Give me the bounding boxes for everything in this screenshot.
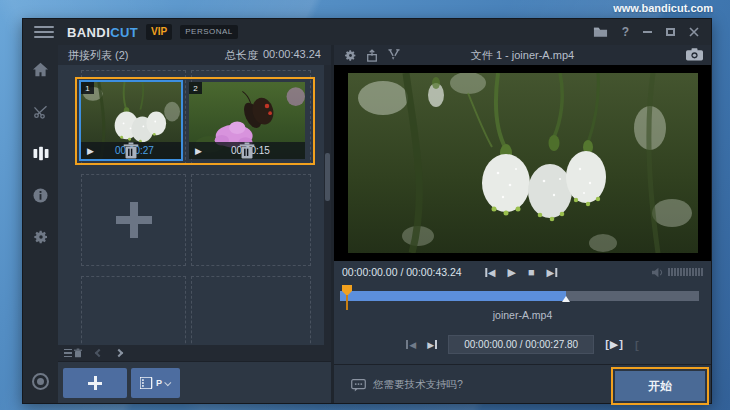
logo-cut: CUT xyxy=(110,25,138,40)
timeline-split-marker[interactable] xyxy=(562,296,570,302)
transport-bar: 00:00:00.00 / 00:00:43.24 ◀ ▶ ■ ▶ xyxy=(334,261,711,283)
clip-settings-button[interactable] xyxy=(344,49,357,62)
join-clips-icon xyxy=(32,145,50,162)
timeline-filename: joiner-A.mp4 xyxy=(334,309,711,325)
minimize-icon xyxy=(643,31,652,33)
home-icon xyxy=(32,62,49,77)
personal-badge: PERSONAL xyxy=(180,25,238,39)
segment-next-button[interactable]: ▶ xyxy=(427,340,437,350)
format-label: P xyxy=(156,378,162,388)
step-back-icon: ◀ xyxy=(488,267,496,278)
segment-prev-button[interactable]: ◀ xyxy=(406,340,416,350)
sidebar-settings-button[interactable] xyxy=(31,227,51,247)
playhead[interactable] xyxy=(342,285,352,296)
record-icon[interactable] xyxy=(32,373,49,390)
folder-icon-glyph xyxy=(593,26,608,38)
bar-glyph xyxy=(435,340,437,349)
list-toolbar xyxy=(58,345,331,361)
video-preview[interactable] xyxy=(334,65,711,261)
segment-controls: ◀ ▶ 00:00:00.00 / 00:00:27.80 [▶] [ xyxy=(334,325,711,364)
volume-control[interactable] xyxy=(651,267,703,278)
film-icon xyxy=(140,377,155,389)
play-button[interactable]: ▶ xyxy=(507,266,515,279)
clip-list-scrollbar[interactable] xyxy=(324,65,331,345)
total-length: 总长度 00:00:43.24 xyxy=(225,48,321,63)
camera-icon xyxy=(686,48,703,61)
sidebar-home-button[interactable] xyxy=(31,59,51,79)
add-file-button[interactable] xyxy=(63,368,127,398)
gear-icon xyxy=(344,49,357,62)
clip2-controls: ▶ 00:00:15 xyxy=(189,142,305,159)
plus-icon xyxy=(88,376,102,390)
support-link[interactable]: 您需要技术支持吗? xyxy=(351,378,463,392)
clip-item-2[interactable]: 2 ▶ 00:00:15 xyxy=(189,82,305,159)
bar-glyph xyxy=(406,340,408,349)
clip-slot-empty xyxy=(191,276,311,345)
skip-end-button[interactable]: ▶ xyxy=(547,267,558,278)
gear-icon xyxy=(33,229,49,245)
clear-list-button[interactable] xyxy=(64,348,82,358)
logo-bandi: BANDI xyxy=(67,25,110,40)
clip1-index-badge: 1 xyxy=(81,82,94,94)
clip-slot-empty xyxy=(81,276,186,345)
info-icon xyxy=(33,188,48,203)
page-next-button[interactable] xyxy=(115,349,123,357)
clip2-index-badge: 2 xyxy=(189,82,202,94)
total-length-value: 00:00:43.24 xyxy=(263,48,321,63)
join-list-title: 拼接列表 (2) xyxy=(68,48,129,63)
sidebar xyxy=(23,45,58,403)
segment-time-field[interactable]: 00:00:00.00 / 00:00:27.80 xyxy=(448,335,594,354)
stop-button[interactable]: ■ xyxy=(528,266,535,278)
scrollbar-thumb[interactable] xyxy=(325,153,330,201)
clip-item-1[interactable]: 1 ▶ 00:00:27 xyxy=(79,80,183,161)
sidebar-cut-button[interactable] xyxy=(31,101,51,121)
watermark: www.bandicut.com xyxy=(613,2,713,14)
step-fwd-icon: ▶ xyxy=(547,267,555,278)
bar-glyph xyxy=(485,268,487,277)
start-highlight-box: 开始 xyxy=(611,367,709,405)
clip2-delete-icon[interactable] xyxy=(189,142,305,159)
sidebar-join-button-active[interactable] xyxy=(31,143,51,163)
preview-header: 文件 1 - joiner-A.mp4 xyxy=(334,45,711,65)
trash-icon xyxy=(74,348,82,358)
app-logo: BANDICUT xyxy=(67,25,138,40)
minimize-button[interactable] xyxy=(643,31,652,33)
trim-clip-button[interactable] xyxy=(387,49,401,61)
desktop: www.bandicut.com BANDICUT VIP PERSONAL ? xyxy=(0,0,730,410)
play-segment-button[interactable]: [▶] xyxy=(605,338,624,351)
timeline-track[interactable] xyxy=(340,291,699,301)
timeline xyxy=(334,283,711,309)
folder-icon[interactable] xyxy=(593,26,608,38)
window-controls: ? xyxy=(593,25,699,39)
timeline-progress xyxy=(340,291,566,301)
total-length-label: 总长度 xyxy=(225,48,258,63)
step-back-icon: ◀ xyxy=(409,340,416,350)
speaker-muted-icon xyxy=(651,267,664,278)
snapshot-button[interactable] xyxy=(686,48,703,63)
skip-start-button[interactable]: ◀ xyxy=(485,267,496,278)
output-format-button[interactable]: P xyxy=(131,368,180,398)
bar-glyph xyxy=(555,268,557,277)
export-clip-button[interactable] xyxy=(366,49,378,62)
maximize-button[interactable] xyxy=(666,28,675,36)
join-list-panel: 拼接列表 (2) 总长度 00:00:43.24 xyxy=(58,45,331,403)
help-button[interactable]: ? xyxy=(622,25,629,39)
sidebar-info-button[interactable] xyxy=(31,185,51,205)
menu-icon[interactable] xyxy=(34,26,54,38)
add-clip-slot[interactable] xyxy=(81,174,186,266)
page-prev-button[interactable] xyxy=(95,349,103,357)
start-button[interactable]: 开始 xyxy=(615,371,705,401)
clip-list: 1 ▶ 00:00:27 xyxy=(58,65,331,345)
list-icon xyxy=(64,349,72,358)
maximize-icon xyxy=(666,28,675,36)
join-list-header: 拼接列表 (2) 总长度 00:00:43.24 xyxy=(58,45,331,65)
export-icon xyxy=(366,49,378,62)
playhead-stem xyxy=(346,295,348,310)
bandicut-window: BANDICUT VIP PERSONAL ? xyxy=(22,18,712,404)
volume-bars xyxy=(668,268,703,276)
clip1-delete-icon[interactable] xyxy=(81,142,181,159)
step-fwd-icon: ▶ xyxy=(427,340,434,350)
close-button[interactable] xyxy=(689,27,699,37)
video-frame-flowers xyxy=(348,73,698,253)
playback-time: 00:00:00.00 / 00:00:43.24 xyxy=(342,266,462,278)
